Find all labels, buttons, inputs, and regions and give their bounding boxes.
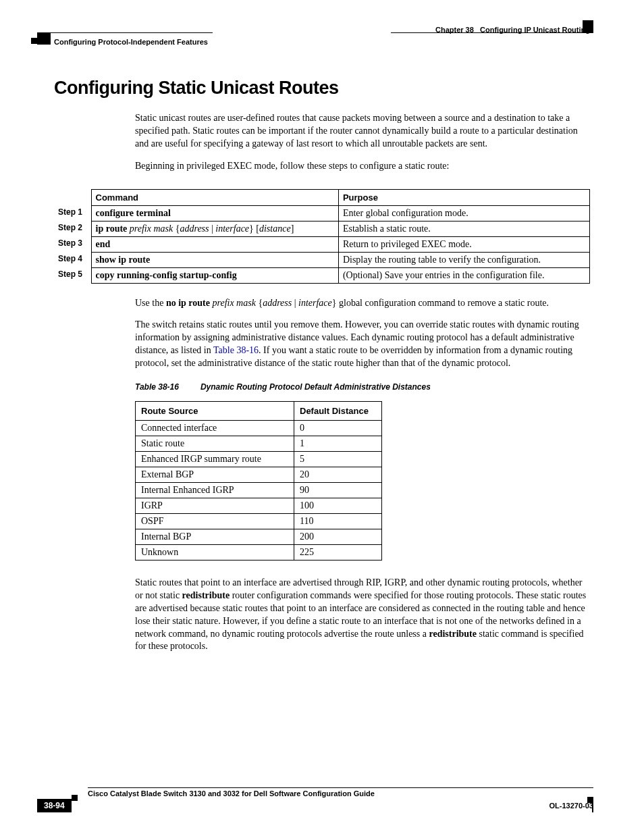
- purpose-header: Purpose: [338, 189, 589, 205]
- footer: Cisco Catalyst Blade Switch 3130 and 303…: [37, 787, 593, 812]
- route-source-cell: Internal Enhanced IGRP: [136, 483, 294, 498]
- footer-right-bar: [592, 803, 593, 812]
- table-row: Step 5copy running-config startup-config…: [54, 267, 590, 283]
- distance-cell: 110: [294, 514, 382, 529]
- table-row: Step 1configure terminalEnter global con…: [54, 205, 590, 221]
- command-table: Command Purpose Step 1configure terminal…: [54, 189, 590, 284]
- distance-cell: 20: [294, 467, 382, 483]
- intro-paragraph-1: Static unicast routes are user-defined r…: [135, 112, 590, 151]
- table-number: Table 38-16: [135, 382, 179, 392]
- distance-cell: 1: [294, 436, 382, 452]
- step-label: Step 4: [54, 252, 91, 267]
- intro-paragraph-2: Beginning in privileged EXEC mode, follo…: [135, 160, 590, 173]
- table-row: OSPF110: [136, 514, 382, 529]
- purpose-cell: (Optional) Save your entries in the conf…: [338, 267, 589, 283]
- header-bar-left: [37, 32, 51, 45]
- static-routes-paragraph: Static routes that point to an interface…: [135, 577, 590, 653]
- route-source-cell: Internal BGP: [136, 529, 294, 545]
- step-label: Step 3: [54, 236, 91, 252]
- command-cell: configure terminal: [91, 205, 338, 221]
- distance-cell: 200: [294, 529, 382, 545]
- command-header: Command: [91, 189, 338, 205]
- route-source-cell: Static route: [136, 436, 294, 452]
- footer-right-square: [587, 797, 593, 803]
- purpose-cell: Establish a static route.: [338, 221, 589, 236]
- step-label: Step 2: [54, 221, 91, 236]
- command-cell: show ip route: [91, 252, 338, 267]
- header-line-left: [51, 32, 213, 33]
- header-chapter: Chapter 38 Configuring IP Unicast Routin…: [435, 26, 590, 34]
- page-title: Configuring Static Unicast Routes: [54, 78, 590, 99]
- chapter-title: Configuring IP Unicast Routing: [480, 26, 590, 34]
- default-distance-header: Default Distance: [294, 402, 382, 421]
- table-row: External BGP20: [136, 467, 382, 483]
- purpose-cell: Return to privileged EXEC mode.: [338, 236, 589, 252]
- use-no-paragraph: Use the no ip route prefix mask {address…: [135, 297, 590, 310]
- table-caption: Table 38-16Dynamic Routing Protocol Defa…: [135, 382, 590, 392]
- table-link[interactable]: Table 38-16: [213, 345, 259, 355]
- distance-cell: 225: [294, 545, 382, 561]
- content: Configuring Static Unicast Routes Static…: [54, 78, 590, 662]
- header-square-left: [31, 38, 37, 44]
- route-source-cell: Enhanced IRGP summary route: [136, 452, 294, 467]
- distance-table: Route Source Default Distance Connected …: [135, 401, 382, 561]
- table-title: Dynamic Routing Protocol Default Adminis…: [200, 382, 431, 392]
- footer-guide-title: Cisco Catalyst Blade Switch 3130 and 303…: [88, 789, 593, 798]
- footer-line: [88, 787, 593, 788]
- table-row: Step 3endReturn to privileged EXEC mode.: [54, 236, 590, 252]
- distance-cell: 100: [294, 498, 382, 514]
- purpose-cell: Display the routing table to verify the …: [338, 252, 589, 267]
- distance-cell: 0: [294, 421, 382, 436]
- command-cell: copy running-config startup-config: [91, 267, 338, 283]
- distance-cell: 5: [294, 452, 382, 467]
- command-table-wrap: Command Purpose Step 1configure terminal…: [54, 189, 590, 284]
- purpose-cell: Enter global configuration mode.: [338, 205, 589, 221]
- table-row: Enhanced IRGP summary route5: [136, 452, 382, 467]
- table-row: Internal Enhanced IGRP90: [136, 483, 382, 498]
- command-cell: ip route prefix mask {address | interfac…: [91, 221, 338, 236]
- table-row: Internal BGP200: [136, 529, 382, 545]
- page-number: 38-94: [37, 799, 72, 812]
- table-row: Step 4show ip routeDisplay the routing t…: [54, 252, 590, 267]
- chapter-label: Chapter 38: [435, 26, 474, 34]
- table-row: Unknown225: [136, 545, 382, 561]
- distance-cell: 90: [294, 483, 382, 498]
- table-row: IGRP100: [136, 498, 382, 514]
- page-square-icon: [72, 795, 78, 801]
- step-label: Step 1: [54, 205, 91, 221]
- step-label: Step 5: [54, 267, 91, 283]
- route-source-cell: IGRP: [136, 498, 294, 514]
- table-row: Static route1: [136, 436, 382, 452]
- table-row: Connected interface0: [136, 421, 382, 436]
- retain-paragraph: The switch retains static routes until y…: [135, 319, 590, 370]
- route-source-cell: Connected interface: [136, 421, 294, 436]
- table-row: Step 2ip route prefix mask {address | in…: [54, 221, 590, 236]
- command-cell: end: [91, 236, 338, 252]
- route-source-header: Route Source: [136, 402, 294, 421]
- route-source-cell: Unknown: [136, 545, 294, 561]
- route-source-cell: External BGP: [136, 467, 294, 483]
- header-section: Configuring Protocol-Independent Feature…: [54, 38, 208, 46]
- route-source-cell: OSPF: [136, 514, 294, 529]
